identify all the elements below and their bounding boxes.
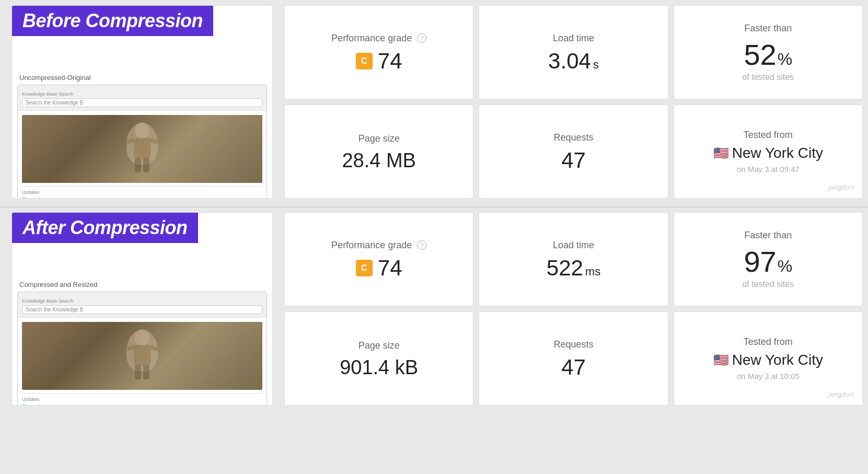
after-page-size-value: 901.4 kB [340,357,418,377]
after-pingdom-watermark: pingdom [828,390,854,398]
before-page-size-label: Page size [358,133,400,144]
after-performance-card: Performance grade ? C 74 [284,212,473,306]
before-requests-value: 47 [561,149,586,171]
after-performance-help-icon[interactable]: ? [417,240,426,250]
before-browser-preview: Knowledge Base Search Search the Knowled… [17,85,267,199]
after-load-time-value: 522 [547,257,583,279]
svg-rect-11 [143,365,149,379]
after-screenshot-panel: After Compression Compressed and Resized… [11,212,273,406]
before-performance-value: 74 [378,50,402,72]
before-load-time-unit: s [593,58,599,72]
before-requests-card: Requests 47 [479,105,668,199]
svg-rect-5 [143,158,149,172]
before-screenshot-panel: Before Compression Uncompressed-Original… [11,5,273,199]
after-load-time-unit: ms [585,265,600,279]
svg-rect-10 [135,365,141,379]
before-performance-card: Performance grade ? C 74 [284,5,473,99]
before-load-time-card: Load time 3.04 s [479,5,668,99]
after-tested-date: on May 3 at 10:05 [737,372,800,380]
after-faster-value: 97 [744,247,776,276]
before-caption: Uncompressed-Original [17,74,267,82]
after-page-size-label: Page size [358,340,400,351]
before-faster-label: Faster than [744,23,792,34]
after-photo [22,322,262,390]
after-section: After Compression Compressed and Resized… [0,210,868,416]
after-faster-sub: of tested sites [742,280,794,289]
after-flag-icon: 🇺🇸 [713,353,729,367]
after-requests-value: 47 [561,356,586,378]
svg-rect-4 [135,158,141,172]
before-performance-label: Performance grade [331,33,412,44]
before-faster-card: Faster than 52 % of tested sites [674,5,863,99]
after-caption: Compressed and Resized [17,281,267,288]
before-faster-unit: % [778,50,792,69]
before-flag-icon: 🇺🇸 [713,146,729,160]
before-page-size-value: 28.4 MB [342,151,416,170]
before-photo [22,115,262,183]
before-performance-help-icon[interactable]: ? [417,33,426,43]
svg-point-0 [135,122,149,139]
after-faster-unit: % [778,257,792,276]
after-browser-preview: Knowledge Base Search Search the Knowled… [17,292,267,406]
svg-rect-7 [134,345,151,366]
after-requests-card: Requests 47 [479,311,668,406]
before-tested-from-label: Tested from [744,130,793,141]
before-label: Before Compression [12,6,213,36]
after-label: After Compression [12,213,198,243]
svg-point-6 [135,329,149,346]
after-metrics-grid: Performance grade ? C 74 Load time 522 m… [284,212,863,406]
after-requests-label: Requests [553,339,593,350]
before-faster-value: 52 [744,40,776,70]
after-performance-label: Performance grade [331,240,412,251]
before-load-time-label: Load time [553,33,594,44]
after-load-time-card: Load time 522 ms [479,212,668,306]
after-tested-from-label: Tested from [744,337,793,348]
before-tested-city: New York City [732,145,823,161]
before-page-size-card: Page size 28.4 MB [284,105,473,199]
after-performance-value: 74 [378,257,402,279]
after-load-time-label: Load time [553,240,594,251]
before-section: Before Compression Uncompressed-Original… [0,0,868,207]
before-pingdom-watermark: pingdom [828,183,854,191]
before-grade-badge: C [356,53,373,70]
after-faster-card: Faster than 97 % of tested sites [674,212,863,306]
after-faster-label: Faster than [744,230,792,241]
before-metrics-grid: Performance grade ? C 74 Load time 3.04 … [284,5,863,199]
before-faster-sub: of tested sites [742,73,794,82]
after-page-size-card: Page size 901.4 kB [284,311,473,406]
before-requests-label: Requests [553,132,593,143]
before-tested-date: on May 3 at 09:47 [737,165,800,174]
svg-rect-1 [134,138,151,159]
before-load-time-value: 3.04 [548,50,591,72]
after-grade-badge: C [356,260,373,276]
after-tested-city: New York City [732,352,823,368]
